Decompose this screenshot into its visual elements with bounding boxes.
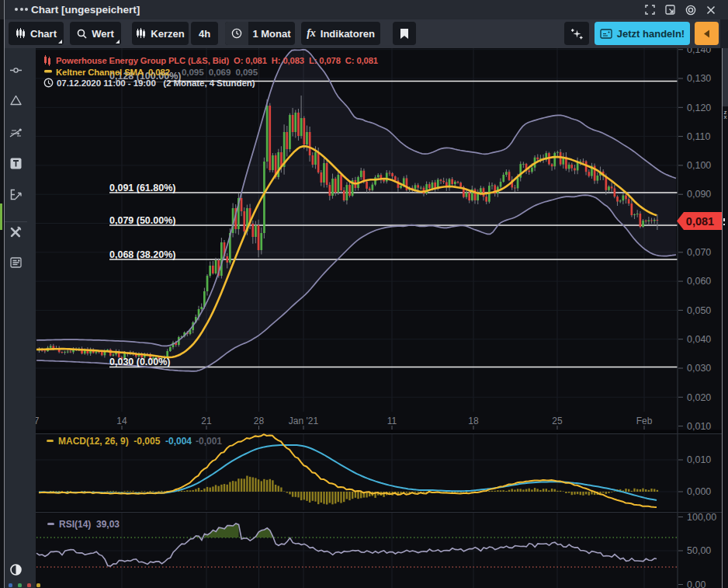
svg-text:11: 11 <box>387 416 397 426</box>
svg-text:Feb: Feb <box>636 416 653 426</box>
svg-text:0,010: 0,010 <box>687 421 711 432</box>
svg-text:0,091 (61.80%): 0,091 (61.80%) <box>109 183 175 193</box>
svg-text:0,130: 0,130 <box>687 73 711 84</box>
svg-text:0,068 (38.20%): 0,068 (38.20%) <box>109 249 175 260</box>
svg-text:100,00: 100,00 <box>687 512 716 523</box>
svg-text:0,000: 0,000 <box>687 486 711 497</box>
svg-text:0,060: 0,060 <box>687 276 711 287</box>
svg-text:0,110: 0,110 <box>687 131 710 142</box>
svg-text:0,00: 0,00 <box>687 579 705 588</box>
svg-text:18: 18 <box>468 416 479 426</box>
svg-text:14: 14 <box>116 416 127 426</box>
svg-text:0,090: 0,090 <box>687 189 711 200</box>
svg-text:RSI(14) 39,03: RSI(14) 39,03 <box>59 519 120 530</box>
svg-text:07.12.2020 11:00 - 19:00 (2: 07.12.2020 11:00 - 19:00 (2 Monate, 4 St… <box>57 78 255 88</box>
svg-text:Jan '21: Jan '21 <box>289 416 319 426</box>
svg-text:28: 28 <box>254 416 265 426</box>
svg-text:MACD(12, 26, 9) -0,005: MACD(12, 26, 9) -0,005 <box>58 436 161 447</box>
svg-text:0,079 (50.00%): 0,079 (50.00%) <box>109 215 175 226</box>
svg-text:0,050: 0,050 <box>687 305 711 316</box>
svg-text:-0,004: -0,004 <box>165 436 192 447</box>
svg-text:0,070: 0,070 <box>687 247 711 258</box>
svg-text:0,030 (0.00%): 0,030 (0.00%) <box>109 357 171 367</box>
svg-text:0,120: 0,120 <box>687 103 711 113</box>
svg-text:-0,001: -0,001 <box>196 436 222 447</box>
svg-text:Keltner Channel SMA 0,082: Keltner Channel SMA 0,082 <box>56 68 170 77</box>
svg-text:50,00: 50,00 <box>687 545 711 556</box>
svg-text:0,030: 0,030 <box>687 363 711 374</box>
svg-text:Powerhouse Energy Group PLC (L: Powerhouse Energy Group PLC (L&S, Bid) O… <box>56 56 378 65</box>
svg-text:0,020: 0,020 <box>687 392 711 403</box>
svg-text:0,100: 0,100 <box>687 160 711 171</box>
svg-text:0,095 0,069 0,095: 0,095 0,069 0,095 <box>182 67 258 77</box>
svg-text:25: 25 <box>552 416 563 426</box>
svg-text:21: 21 <box>201 416 212 426</box>
svg-text:0,081: 0,081 <box>686 215 714 228</box>
svg-text:0,040: 0,040 <box>687 334 711 345</box>
svg-text:0,010: 0,010 <box>687 454 711 465</box>
